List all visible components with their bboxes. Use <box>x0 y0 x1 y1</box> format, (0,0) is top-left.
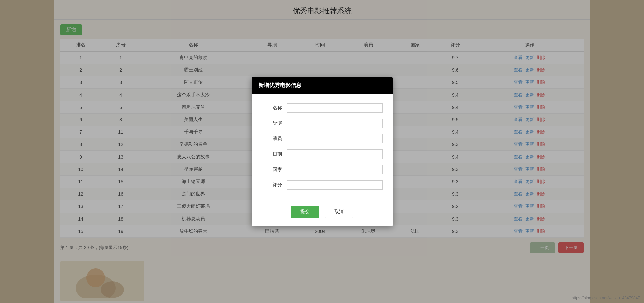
modal-body: 名称 导演 演员 日期 国家 评分 <box>252 94 393 202</box>
input-actor[interactable] <box>287 134 383 143</box>
modal-header: 新增优秀电影信息 <box>252 77 393 94</box>
field-date-row: 日期 <box>262 149 383 159</box>
label-date: 日期 <box>262 151 282 157</box>
label-name: 名称 <box>262 105 282 111</box>
input-name[interactable] <box>287 103 383 113</box>
modal-footer: 提交 取消 <box>252 202 393 226</box>
field-score-row: 评分 <box>262 180 383 190</box>
input-score[interactable] <box>287 180 383 190</box>
field-country-row: 国家 <box>262 165 383 174</box>
modal-overlay[interactable]: 新增优秀电影信息 名称 导演 演员 日期 国家 评 <box>0 0 644 303</box>
label-country: 国家 <box>262 167 282 173</box>
label-director: 导演 <box>262 120 282 126</box>
field-director-row: 导演 <box>262 119 383 128</box>
input-date[interactable] <box>287 149 383 159</box>
input-country[interactable] <box>287 165 383 174</box>
field-name-row: 名称 <box>262 103 383 113</box>
label-actor: 演员 <box>262 136 282 142</box>
field-actor-row: 演员 <box>262 134 383 143</box>
label-score: 评分 <box>262 182 282 188</box>
cancel-button[interactable]: 取消 <box>325 206 353 218</box>
add-movie-modal: 新增优秀电影信息 名称 导演 演员 日期 国家 评 <box>252 77 393 226</box>
submit-button[interactable]: 提交 <box>291 206 319 218</box>
input-director[interactable] <box>287 119 383 128</box>
